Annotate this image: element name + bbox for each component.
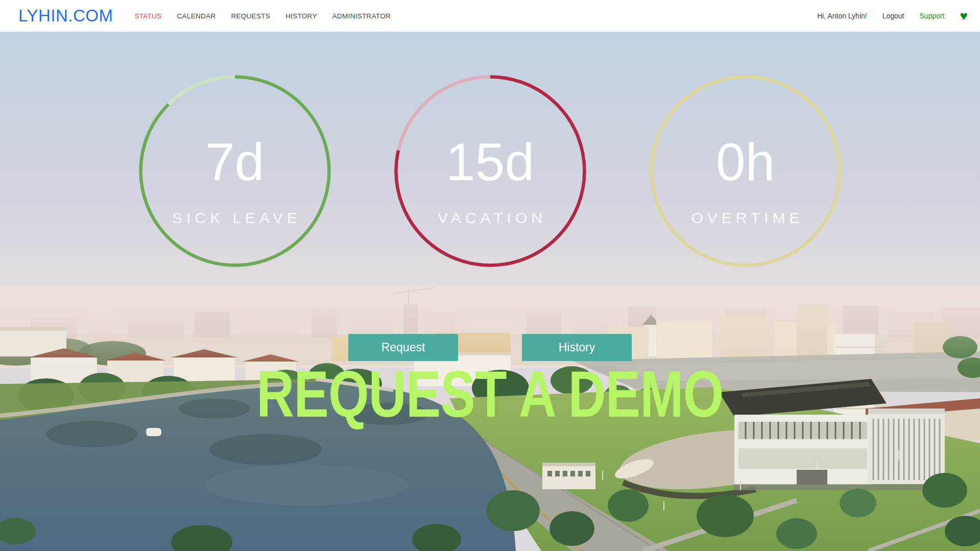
nav-item-status[interactable]: STATUS [134,12,161,20]
logo[interactable]: LYHIN.COM [18,6,113,26]
history-button[interactable]: History [522,334,632,361]
overtime-value: 0h [650,135,842,188]
stat-overtime: 0h OVERTIME [650,75,842,267]
request-demo-text: REQUEST A DEMO [98,362,882,427]
support-link[interactable]: Support [920,12,945,20]
top-nav-right: Hi, Anton Lyhin! Logout Support ♥ [817,9,968,22]
nav-item-administrator[interactable]: ADMINISTRATOR [332,12,391,20]
nav-item-history[interactable]: HISTORY [285,12,317,20]
vacation-value: 15d [394,135,586,188]
nav-item-calendar[interactable]: CALENDAR [177,12,216,20]
stats-row: 7d SICK LEAVE 15d VACATION 0h OVERTIME [0,75,980,267]
page: 7d SICK LEAVE 15d VACATION 0h OVERTIME R… [0,0,980,551]
vacation-label: VACATION [394,209,586,227]
nav-item-requests[interactable]: REQUESTS [231,12,270,20]
main-nav: STATUS CALENDAR REQUESTS HISTORY ADMINIS… [134,12,391,20]
user-greeting: Hi, Anton Lyhin! [817,12,867,20]
stat-vacation: 15d VACATION [394,75,586,267]
sick-leave-value: 7d [139,135,331,188]
request-button[interactable]: Request [348,334,458,361]
sick-leave-label: SICK LEAVE [139,209,331,227]
overtime-label: OVERTIME [650,209,842,227]
top-nav-bar: LYHIN.COM STATUS CALENDAR REQUESTS HISTO… [0,0,980,32]
heart-icon: ♥ [960,9,968,22]
stat-sick-leave: 7d SICK LEAVE [139,75,331,267]
logout-link[interactable]: Logout [882,12,904,20]
